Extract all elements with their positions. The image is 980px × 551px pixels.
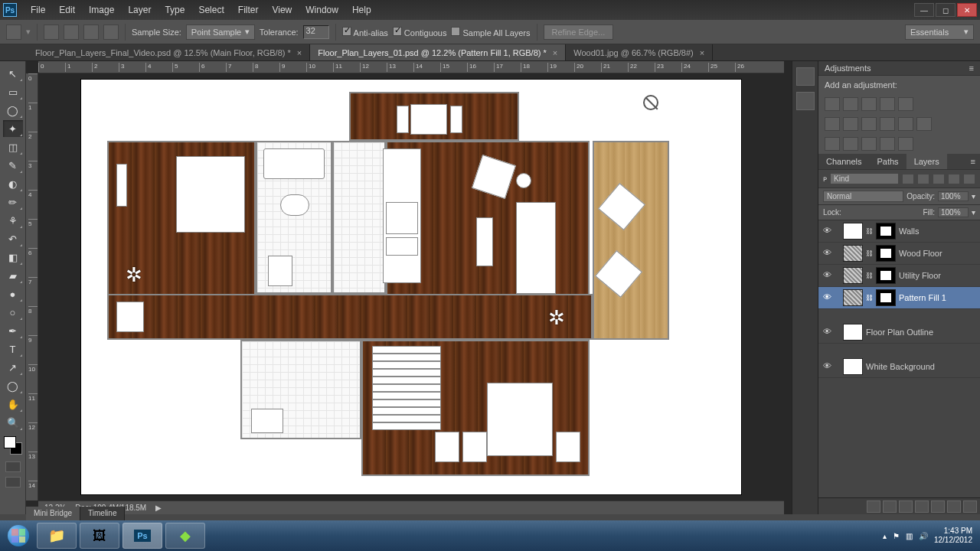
panel-menu-icon[interactable]: ≡ bbox=[969, 64, 974, 73]
layer-thumb[interactable] bbox=[843, 358, 863, 375]
bw-icon[interactable] bbox=[861, 117, 877, 131]
stamp-tool-icon[interactable]: ⚘ bbox=[3, 212, 23, 229]
menu-image[interactable]: Image bbox=[83, 2, 120, 18]
brightness-icon[interactable] bbox=[825, 97, 840, 111]
link-layers-icon[interactable] bbox=[867, 500, 880, 513]
invert-icon[interactable] bbox=[825, 137, 840, 151]
close-icon[interactable]: × bbox=[553, 48, 557, 57]
layer-thumb[interactable] bbox=[843, 324, 863, 341]
selcolor-icon[interactable] bbox=[898, 137, 913, 151]
marquee-tool-icon[interactable]: ▭ bbox=[3, 83, 23, 100]
colorbal-icon[interactable] bbox=[843, 117, 858, 131]
refine-edge-button[interactable]: Refine Edge... bbox=[544, 24, 614, 40]
layer-row[interactable]: 👁White Background bbox=[818, 356, 980, 378]
link-icon[interactable]: ⛓ bbox=[866, 272, 873, 279]
clock[interactable]: 1:43 PM 12/12/2012 bbox=[934, 527, 972, 545]
visibility-icon[interactable]: 👁 bbox=[822, 292, 832, 303]
menu-select[interactable]: Select bbox=[192, 2, 230, 18]
close-icon[interactable]: × bbox=[700, 48, 704, 57]
fx-icon[interactable] bbox=[883, 500, 897, 513]
exposure-icon[interactable] bbox=[880, 97, 895, 111]
thresh-icon[interactable] bbox=[861, 137, 877, 151]
doc-tab-2[interactable]: Wood01.jpg @ 66.7% (RGB/8#)× bbox=[566, 44, 713, 60]
levels-icon[interactable] bbox=[843, 97, 858, 111]
poster-icon[interactable] bbox=[843, 137, 858, 151]
quickmask-icon[interactable] bbox=[5, 461, 21, 472]
sample-all-checkbox[interactable]: Sample All Layers bbox=[451, 27, 530, 37]
magic-wand-tool-icon[interactable]: ✦ bbox=[3, 120, 23, 137]
path-select-tool-icon[interactable]: ↗ bbox=[3, 359, 23, 376]
layer-name[interactable]: Floor Plan Outline bbox=[866, 328, 977, 337]
workspace-select[interactable]: Essentials▾ bbox=[905, 24, 974, 40]
color-swatch[interactable] bbox=[4, 436, 22, 455]
layer-row[interactable]: 👁⛓Utility Floor bbox=[818, 265, 980, 287]
move-tool-icon[interactable]: ↖ bbox=[3, 65, 23, 82]
mini-bridge-tab[interactable]: Mini Bridge bbox=[26, 507, 80, 520]
menu-layer[interactable]: Layer bbox=[122, 2, 157, 18]
filter-adj-icon[interactable] bbox=[917, 174, 929, 184]
trash-icon[interactable] bbox=[963, 500, 977, 513]
tray-network-icon[interactable]: ▥ bbox=[906, 532, 913, 540]
shape-tool-icon[interactable]: ◯ bbox=[3, 377, 23, 394]
menu-file[interactable]: File bbox=[24, 2, 51, 18]
tool-preset-icon[interactable] bbox=[6, 24, 21, 40]
layer-name[interactable]: Pattern Fill 1 bbox=[899, 293, 977, 302]
doc-tab-1[interactable]: Floor_Plan_Layers_01.psd @ 12.2% (Patter… bbox=[310, 44, 566, 60]
timeline-tab[interactable]: Timeline bbox=[80, 507, 125, 520]
tolerance-input[interactable]: 32 bbox=[303, 25, 329, 39]
properties-panel-icon[interactable] bbox=[796, 92, 815, 110]
menu-type[interactable]: Type bbox=[158, 2, 191, 18]
taskbar-app-0[interactable]: 📁 bbox=[37, 523, 77, 549]
history-brush-tool-icon[interactable]: ↶ bbox=[3, 230, 23, 247]
group-icon[interactable] bbox=[931, 500, 945, 513]
mask-thumb[interactable] bbox=[876, 245, 896, 262]
selection-new-icon[interactable] bbox=[44, 24, 59, 40]
status-arrow-icon[interactable]: ▶ bbox=[155, 504, 162, 512]
layer-row[interactable]: 👁⛓Wood Floor bbox=[818, 243, 980, 265]
taskbar-app-1[interactable]: 🖼 bbox=[80, 523, 119, 549]
menu-edit[interactable]: Edit bbox=[53, 2, 81, 18]
adj-layer-icon[interactable] bbox=[915, 500, 929, 513]
paths-tab[interactable]: Paths bbox=[869, 154, 906, 169]
menu-filter[interactable]: Filter bbox=[232, 2, 265, 18]
crop-tool-icon[interactable]: ◫ bbox=[3, 139, 23, 155]
eyedropper-tool-icon[interactable]: ✎ bbox=[3, 157, 23, 174]
channels-tab[interactable]: Channels bbox=[818, 154, 869, 169]
taskbar-app-3[interactable]: ◆ bbox=[165, 523, 205, 549]
filter-type-icon[interactable] bbox=[933, 174, 945, 184]
panel-menu-icon[interactable]: ≡ bbox=[966, 154, 980, 169]
menu-view[interactable]: View bbox=[266, 2, 298, 18]
tray-action-icon[interactable]: ⚑ bbox=[893, 532, 900, 540]
pen-tool-icon[interactable]: ✒ bbox=[3, 322, 23, 339]
blur-tool-icon[interactable]: ● bbox=[3, 285, 23, 302]
ruler-horizontal[interactable]: 0123456789101112131415161718192021222324… bbox=[38, 61, 784, 73]
layer-thumb[interactable] bbox=[843, 245, 863, 262]
menu-window[interactable]: Window bbox=[299, 2, 345, 18]
menu-help[interactable]: Help bbox=[346, 2, 377, 18]
selection-sub-icon[interactable] bbox=[83, 24, 99, 40]
layer-row[interactable]: 👁⛓Walls bbox=[818, 220, 980, 243]
close-icon[interactable]: × bbox=[297, 48, 302, 57]
document-canvas[interactable]: ✲ ✲ bbox=[81, 80, 741, 494]
layer-name[interactable]: Wood Floor bbox=[899, 249, 977, 258]
opacity-input[interactable]: 100% bbox=[938, 191, 969, 201]
chmixer-icon[interactable] bbox=[898, 117, 913, 131]
curves-icon[interactable] bbox=[861, 97, 877, 111]
canvas-viewport[interactable]: ✲ ✲ bbox=[38, 73, 784, 500]
mask-thumb[interactable] bbox=[876, 289, 896, 306]
ruler-vertical[interactable]: 01234567891011121314 bbox=[26, 73, 38, 500]
tray-up-icon[interactable]: ▴ bbox=[883, 532, 887, 540]
history-panel-icon[interactable] bbox=[796, 67, 815, 86]
antialias-checkbox[interactable]: Anti-alias bbox=[342, 27, 388, 37]
taskbar-photoshop[interactable]: Ps bbox=[122, 523, 162, 549]
brush-tool-icon[interactable]: ✏ bbox=[3, 194, 23, 210]
doc-tab-0[interactable]: Floor_Plan_Layers_Final_Video.psd @ 12.5… bbox=[28, 44, 310, 60]
layer-thumb[interactable] bbox=[843, 223, 863, 240]
blend-mode-select[interactable]: Normal bbox=[823, 191, 903, 202]
layer-name[interactable]: Utility Floor bbox=[899, 271, 977, 280]
screenmode-icon[interactable] bbox=[5, 477, 21, 487]
filter-smart-icon[interactable] bbox=[963, 174, 975, 184]
adjustments-header[interactable]: Adjustments≡ bbox=[818, 61, 980, 76]
gradient-tool-icon[interactable]: ▰ bbox=[3, 267, 23, 284]
layer-row[interactable]: 👁⛓Pattern Fill 1 bbox=[818, 287, 980, 309]
